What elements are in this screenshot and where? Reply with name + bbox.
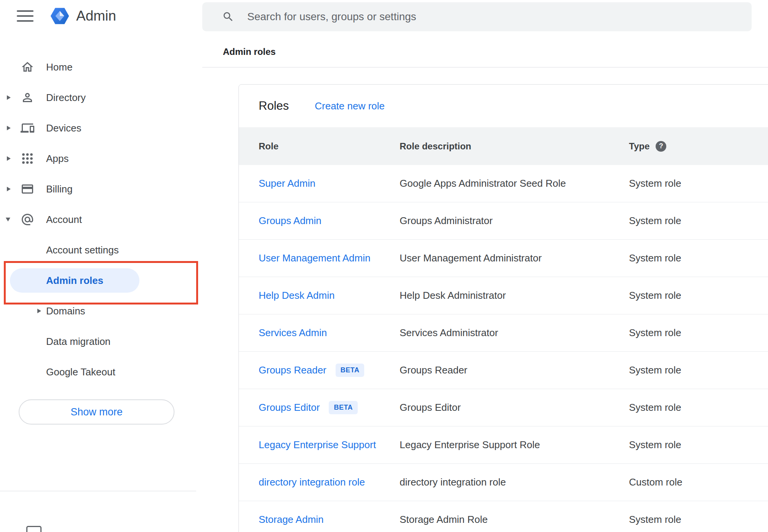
google-admin-console: Admin Home Directory [0,0,768,532]
sidebar-item-label: Account settings [46,244,119,256]
main-content: Admin roles Roles Create new role Role R… [196,0,768,532]
table-row: Groups Admin Groups Administrator System… [239,202,768,240]
column-header-description: Role description [400,141,629,152]
create-new-role-link[interactable]: Create new role [315,100,385,112]
role-description: Groups Administrator [400,215,629,227]
role-description: Help Desk Administrator [400,290,629,301]
sidebar-item-apps[interactable]: Apps [0,143,196,174]
chevron-right-icon[interactable] [37,309,41,313]
sidebar-divider [0,491,196,491]
roles-card: Roles Create new role Role Role descript… [238,84,768,532]
role-link[interactable]: Super Admin [259,178,315,189]
sidebar-item-label: Google Takeout [46,366,115,378]
role-description: directory integration role [400,476,629,488]
credit-card-icon [21,182,34,196]
role-description: Services Administrator [400,327,629,339]
show-more-button[interactable]: Show more [19,399,174,425]
sidebar-item-account[interactable]: Account [0,204,196,235]
chevron-right-icon[interactable] [7,126,11,130]
hamburger-menu-icon[interactable] [17,10,34,22]
sidebar-item-label: Devices [46,122,81,134]
role-description: User Management Administrator [400,252,629,264]
sidebar-item-domains[interactable]: Domains [0,296,196,326]
role-link[interactable]: User Management Admin [259,252,370,264]
chevron-right-icon[interactable] [7,187,11,191]
sidebar-nav: Home Directory Devices [0,52,196,387]
role-type: System role [629,514,768,526]
page-title: Roles [259,99,289,113]
role-type: System role [629,327,768,339]
role-type: System role [629,364,768,376]
partial-bottom-icon[interactable] [26,526,42,532]
role-type: System role [629,215,768,227]
card-header: Roles Create new role [239,85,768,127]
beta-badge: BETA [336,364,365,377]
table-row: Super Admin Google Apps Administrator Se… [239,165,768,202]
breadcrumb: Admin roles [223,46,276,57]
sidebar-item-directory[interactable]: Directory [0,82,196,113]
sidebar-item-billing[interactable]: Billing [0,174,196,204]
admin-hexagon-icon [49,5,71,27]
search-icon [222,11,234,23]
chevron-right-icon[interactable] [7,95,11,100]
sidebar-item-label: Admin roles [46,275,103,287]
sidebar-item-home[interactable]: Home [0,52,196,82]
role-link[interactable]: Groups Editor [259,402,320,413]
table-row: Services Admin Services Administrator Sy… [239,314,768,352]
admin-logo: Admin [49,5,116,27]
role-description: Legacy Enterprise Support Role [400,439,629,451]
sidebar-item-label: Apps [46,153,69,165]
sidebar-item-google-takeout[interactable]: Google Takeout [0,357,196,387]
beta-badge: BETA [329,401,358,414]
role-link[interactable]: Groups Reader [259,364,326,376]
devices-icon [21,121,34,135]
role-link[interactable]: Groups Admin [259,215,322,227]
role-type: System role [629,252,768,264]
sidebar-item-data-migration[interactable]: Data migration [0,326,196,357]
role-type: Custom role [629,476,768,488]
role-description: Storage Admin Role [400,514,629,526]
at-sign-icon [21,213,34,226]
role-type: System role [629,178,768,189]
role-link[interactable]: Legacy Enterprise Support [259,439,376,451]
role-description: Groups Reader [400,364,629,376]
apps-grid-icon [21,152,34,165]
sidebar-item-account-settings[interactable]: Account settings [0,235,196,265]
table-row: Groups Reader BETA Groups Reader System … [239,352,768,389]
table-row: Groups Editor BETA Groups Editor System … [239,389,768,426]
chevron-right-icon[interactable] [7,156,11,161]
role-type: System role [629,439,768,451]
role-type: System role [629,290,768,301]
search-bar [202,2,752,31]
chevron-down-icon[interactable] [6,218,10,221]
sidebar-item-label: Account [46,214,82,226]
role-link[interactable]: Storage Admin [259,514,324,526]
person-icon [21,91,34,104]
table-row: Help Desk Admin Help Desk Administrator … [239,277,768,314]
role-description: Google Apps Administrator Seed Role [400,178,629,189]
role-link[interactable]: Services Admin [259,327,327,339]
table-row: User Management Admin User Management Ad… [239,240,768,277]
help-icon[interactable]: ? [656,141,666,152]
home-icon [21,60,34,74]
column-header-role: Role [259,141,400,152]
sidebar-item-admin-roles[interactable]: Admin roles [0,265,196,296]
role-type: System role [629,402,768,413]
app-title: Admin [76,8,116,24]
sidebar-item-label: Directory [46,92,86,104]
table-header-row: Role Role description Type ? [239,127,768,165]
role-link[interactable]: directory integration role [259,476,365,488]
table-row: directory integration role directory int… [239,464,768,501]
sidebar-item-label: Domains [46,305,85,317]
role-description: Groups Editor [400,402,629,413]
sidebar: Admin Home Directory [0,0,196,532]
sidebar-item-label: Home [46,61,72,73]
sidebar-item-devices[interactable]: Devices [0,113,196,143]
column-header-type: Type ? [629,141,768,152]
table-row: Legacy Enterprise Support Legacy Enterpr… [239,426,768,464]
type-header-label: Type [629,141,650,152]
sidebar-header: Admin [0,0,116,32]
search-input[interactable] [246,10,752,23]
role-link[interactable]: Help Desk Admin [259,290,334,301]
sidebar-item-label: Billing [46,183,72,195]
